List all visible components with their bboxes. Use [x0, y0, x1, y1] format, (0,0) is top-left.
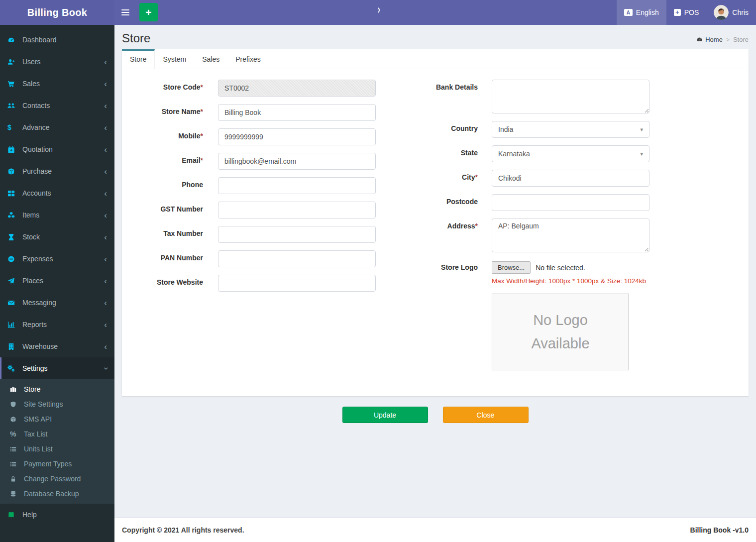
field-label: Store Logo	[416, 260, 478, 370]
building-icon	[7, 343, 18, 350]
user-menu[interactable]: Chris	[706, 0, 756, 25]
form-row: City*	[416, 170, 714, 187]
caret-down-icon: ▾	[640, 126, 643, 133]
submenu-item-store[interactable]: Store	[0, 382, 114, 397]
submenu-item-payment-types[interactable]: Payment Types	[0, 456, 114, 471]
hourglass-icon	[7, 233, 18, 241]
sidebar-toggle-icon[interactable]	[114, 0, 136, 25]
sidebar-item-users[interactable]: Users‹	[0, 51, 114, 73]
store-name-input[interactable]	[218, 104, 376, 121]
chevron-left-icon: ‹	[104, 211, 107, 219]
sidebar-item-accounts[interactable]: Accounts‹	[0, 182, 114, 204]
submenu-item-change-password[interactable]: Change Password	[0, 471, 114, 486]
sidebar-nav: DashboardUsers‹Sales‹Contacts‹$Advance‹Q…	[0, 25, 114, 542]
store-website-input[interactable]	[218, 275, 376, 292]
sidebar-item-contacts[interactable]: Contacts‹	[0, 95, 114, 116]
sidebar-item-purchase[interactable]: Purchase‹	[0, 160, 114, 182]
language-menu[interactable]: A English	[617, 0, 666, 25]
sidebar-item-places[interactable]: Places‹	[0, 270, 114, 292]
phone-input[interactable]	[218, 177, 376, 194]
brand-logo[interactable]: Billing Book	[0, 0, 114, 25]
tab-system[interactable]: System	[155, 49, 194, 69]
bar-chart-icon	[7, 321, 18, 328]
submenu-item-sms-api[interactable]: SMS API	[0, 412, 114, 427]
state-select[interactable]: Karnataka ▾	[492, 145, 649, 162]
field-label: State	[416, 145, 478, 162]
update-button[interactable]: Update	[342, 407, 428, 423]
pan-number-input[interactable]	[218, 250, 376, 267]
language-label: English	[636, 8, 659, 16]
page-title: Store	[122, 32, 150, 45]
tab-prefixes[interactable]: Prefixes	[227, 49, 269, 69]
close-button[interactable]: Close	[443, 407, 529, 423]
cube-icon	[10, 416, 20, 423]
city-input[interactable]	[492, 170, 649, 187]
sidebar-item-warehouse[interactable]: Warehouse‹	[0, 335, 114, 357]
pos-button[interactable]: + POS	[666, 0, 707, 25]
users-icon	[7, 102, 18, 109]
grid-icon	[7, 190, 18, 197]
tab-sales[interactable]: Sales	[194, 49, 227, 69]
sidebar-item-advance[interactable]: $Advance‹	[0, 116, 114, 138]
sidebar-item-settings[interactable]: Settings‹	[0, 357, 114, 379]
submenu-item-tax-list[interactable]: %Tax List	[0, 427, 114, 441]
sidebar-item-help[interactable]: Help	[0, 504, 114, 526]
breadcrumb-home-link[interactable]: Home	[696, 36, 723, 43]
dashboard-icon	[696, 36, 703, 43]
tax-number-input[interactable]	[218, 226, 376, 243]
calendar-plus-icon	[7, 146, 18, 153]
chevron-left-icon: ‹	[104, 145, 107, 154]
footer: Copyright © 2021 All rights reserved. Bi…	[114, 518, 756, 542]
chevron-left-icon: ‹	[104, 255, 107, 263]
postcode-input[interactable]	[492, 194, 649, 211]
mobile-input[interactable]	[218, 128, 376, 145]
store-code-input[interactable]	[218, 80, 376, 97]
briefcase-icon	[10, 386, 20, 393]
form-row: Store Name*	[122, 104, 391, 121]
loading-spinner-icon	[372, 6, 380, 14]
quick-add-button[interactable]: +	[139, 3, 158, 21]
sidebar-item-stock[interactable]: Stock‹	[0, 226, 114, 248]
email-input[interactable]	[218, 153, 376, 170]
settings-submenu: StoreSite SettingsSMS API%Tax ListUnits …	[0, 379, 114, 504]
submenu-item-site-settings[interactable]: Site Settings	[0, 397, 114, 412]
version-text: Billing Book -v1.0	[690, 526, 749, 534]
breadcrumb-current: Store	[733, 36, 749, 43]
submenu-item-units-list[interactable]: Units List	[0, 441, 114, 456]
submenu-item-database-backup[interactable]: Database Backup	[0, 486, 114, 501]
database-icon	[10, 491, 20, 497]
tab-bar: StoreSystemSalesPrefixes	[122, 49, 749, 69]
tab-store[interactable]: Store	[122, 49, 155, 69]
form-actions: Update Close	[122, 407, 749, 423]
country-select[interactable]: India ▾	[492, 121, 649, 138]
form-row: GST Number	[122, 202, 391, 218]
sidebar-item-quotation[interactable]: Quotation‹	[0, 138, 114, 160]
address-textarea[interactable]: AP: Belgaum	[492, 218, 649, 252]
form-row: Email*	[122, 153, 391, 170]
chevron-left-icon: ‹	[104, 80, 107, 88]
cube-icon	[7, 168, 18, 175]
chevron-left-icon: ‹	[104, 342, 107, 351]
sidebar-item-sales[interactable]: Sales‹	[0, 73, 114, 95]
sidebar-item-items[interactable]: Items‹	[0, 204, 114, 226]
form-row: Store Logo Browse... No file selected. M…	[416, 260, 714, 370]
sidebar-item-dashboard[interactable]: Dashboard	[0, 29, 114, 51]
field-label: Tax Number	[122, 226, 203, 243]
field-label: PAN Number	[122, 250, 203, 267]
chevron-left-icon: ‹	[104, 189, 107, 198]
chevron-left-icon: ‹	[104, 233, 107, 241]
gst-number-input[interactable]	[218, 202, 376, 218]
form-row: Store Website	[122, 275, 391, 292]
minus-circle-icon	[7, 255, 18, 263]
copyright-text: Copyright © 2021 All rights reserved.	[122, 526, 244, 534]
browse-file-button[interactable]: Browse...	[492, 261, 531, 274]
bank-details-textarea[interactable]	[492, 80, 649, 113]
user-name: Chris	[732, 8, 749, 16]
sidebar-item-expenses[interactable]: Expenses‹	[0, 248, 114, 270]
sidebar-item-messaging[interactable]: Messaging‹	[0, 292, 114, 314]
form-row: Mobile*	[122, 128, 391, 145]
field-label: Country	[416, 121, 478, 138]
sidebar-item-reports[interactable]: Reports‹	[0, 314, 114, 335]
form-row: Phone	[122, 177, 391, 194]
breadcrumb: Home > Store	[696, 36, 749, 45]
